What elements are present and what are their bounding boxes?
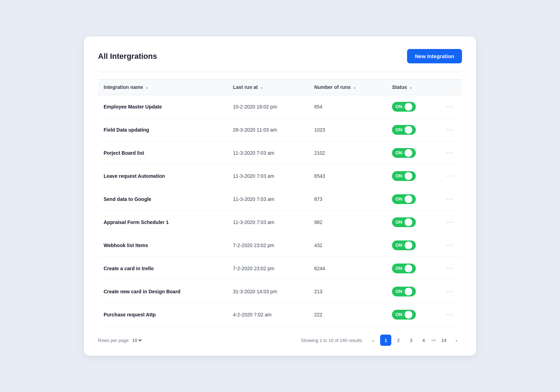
col-header-status[interactable]: Status ⌄	[386, 79, 438, 95]
cell-name: Send data to Google	[98, 188, 227, 211]
chevron-down-icon: ⌄	[409, 85, 412, 90]
table-row: Send data to Google 11-3-2020 7:03 am 87…	[98, 188, 462, 211]
cell-runs: 222	[309, 303, 386, 326]
status-toggle[interactable]: ON	[392, 310, 416, 320]
more-options-button[interactable]: ···	[443, 194, 456, 204]
cell-runs: 654	[309, 95, 386, 118]
cell-status: ON	[386, 211, 438, 234]
table-footer: Rows per page 10 25 50 Showing 1 to 10 o…	[98, 332, 462, 346]
integrations-table: Integration name ⌄ Last run at ⌄ Number …	[98, 79, 462, 326]
status-toggle[interactable]: ON	[392, 125, 416, 135]
cell-runs: 213	[309, 280, 386, 303]
more-options-button[interactable]: ···	[443, 125, 456, 135]
table-header: Integration name ⌄ Last run at ⌄ Number …	[98, 79, 462, 95]
cell-actions: ···	[438, 188, 462, 211]
table-row: Employee Master Update 10-2-2020 16:02 p…	[98, 95, 462, 118]
table-row: Create new card in Design Board 31-3-202…	[98, 280, 462, 303]
cell-status: ON	[386, 257, 438, 280]
cell-actions: ···	[438, 234, 462, 257]
table-row: Webhook list Items 7-2-2020 23:02 pm 432…	[98, 234, 462, 257]
status-toggle[interactable]: ON	[392, 240, 416, 250]
cell-actions: ···	[438, 118, 462, 141]
status-toggle[interactable]: ON	[392, 217, 416, 227]
cell-status: ON	[386, 164, 438, 188]
table-row: Field Data updating 28-3-2020 11:03 am 1…	[98, 118, 462, 141]
col-header-runs[interactable]: Number of runs ⌄	[309, 79, 386, 95]
cell-last-run: 7-2-2020 23:02 pm	[227, 234, 308, 257]
cell-last-run: 7-2-2020 23:02 pm	[227, 257, 308, 280]
pagination-next-button[interactable]: ›	[451, 335, 462, 346]
table-row: Porject Board list 11-3-2020 7:03 am 210…	[98, 141, 462, 164]
cell-last-run: 28-3-2020 11:03 am	[227, 118, 308, 141]
cell-status: ON	[386, 280, 438, 303]
cell-status: ON	[386, 118, 438, 141]
col-header-actions	[438, 79, 462, 95]
more-options-button[interactable]: ···	[443, 309, 456, 320]
cell-runs: 432	[309, 234, 386, 257]
rows-per-page-label: Rows per page	[98, 338, 128, 343]
more-options-button[interactable]: ···	[443, 240, 456, 250]
cell-name: Porject Board list	[98, 141, 227, 164]
pagination-page-1[interactable]: 1	[380, 335, 391, 346]
cell-name: Purchase request Attp	[98, 303, 227, 326]
table-row: Appraisal Form Scheduler 1 11-3-2020 7:0…	[98, 211, 462, 234]
more-options-button[interactable]: ···	[443, 102, 456, 112]
cell-last-run: 4-2-2020 7:02 am	[227, 303, 308, 326]
header-row: Integration name ⌄ Last run at ⌄ Number …	[98, 79, 462, 95]
cell-last-run: 11-3-2020 7:03 am	[227, 141, 308, 164]
cell-last-run: 31-3-2020 14:03 pm	[227, 280, 308, 303]
more-options-button[interactable]: ···	[443, 171, 456, 181]
main-card: All Intergrations New Integration Integr…	[84, 36, 476, 356]
status-toggle[interactable]: ON	[392, 264, 416, 273]
cell-actions: ···	[438, 211, 462, 234]
pagination-page-2[interactable]: 2	[393, 335, 404, 346]
status-toggle[interactable]: ON	[392, 287, 416, 296]
cell-actions: ···	[438, 95, 462, 118]
cell-name: Leave request Automation	[98, 164, 227, 188]
chevron-down-icon: ⌄	[260, 85, 263, 90]
cell-runs: 1023	[309, 118, 386, 141]
pagination-page-14[interactable]: 14	[438, 335, 449, 346]
new-integration-button[interactable]: New Integration	[407, 49, 462, 63]
cell-last-run: 11-3-2020 7:03 am	[227, 164, 308, 188]
table-row: Leave request Automation 11-3-2020 7:03 …	[98, 164, 462, 188]
cell-status: ON	[386, 234, 438, 257]
cell-actions: ···	[438, 280, 462, 303]
pagination-page-3[interactable]: 3	[405, 335, 416, 346]
cell-name: Field Data updating	[98, 118, 227, 141]
table-row: Create a card in trello 7-2-2020 23:02 p…	[98, 257, 462, 280]
col-header-name[interactable]: Integration name ⌄	[98, 79, 227, 95]
cell-actions: ···	[438, 257, 462, 280]
more-options-button[interactable]: ···	[443, 263, 456, 273]
col-header-last-run[interactable]: Last run at ⌄	[227, 79, 308, 95]
cell-name: Create a card in trello	[98, 257, 227, 280]
pagination-info: Showing 1 to 10 of 140 results	[301, 338, 362, 343]
chevron-down-icon: ⌄	[145, 85, 148, 90]
cell-name: Employee Master Update	[98, 95, 227, 118]
chevron-down-icon: ⌄	[353, 85, 356, 90]
pagination-dots: •••	[430, 338, 437, 343]
rows-per-page-control: Rows per page 10 25 50	[98, 337, 143, 343]
status-toggle[interactable]: ON	[392, 171, 416, 181]
table-body: Employee Master Update 10-2-2020 16:02 p…	[98, 95, 462, 326]
cell-last-run: 11-3-2020 7:03 am	[227, 188, 308, 211]
cell-status: ON	[386, 188, 438, 211]
status-toggle[interactable]: ON	[392, 148, 416, 158]
status-toggle[interactable]: ON	[392, 102, 416, 112]
more-options-button[interactable]: ···	[443, 286, 456, 296]
cell-name: Create new card in Design Board	[98, 280, 227, 303]
cell-runs: 2102	[309, 141, 386, 164]
cell-status: ON	[386, 303, 438, 326]
cell-runs: 6244	[309, 257, 386, 280]
page-header: All Intergrations New Integration	[98, 49, 462, 63]
pagination-page-4[interactable]: 4	[418, 335, 429, 346]
cell-actions: ···	[438, 303, 462, 326]
cell-actions: ···	[438, 164, 462, 188]
status-toggle[interactable]: ON	[392, 194, 416, 204]
cell-last-run: 11-3-2020 7:03 am	[227, 211, 308, 234]
cell-status: ON	[386, 141, 438, 164]
pagination-prev-button[interactable]: ‹	[368, 335, 379, 346]
more-options-button[interactable]: ···	[443, 217, 456, 227]
rows-per-page-select[interactable]: 10 25 50	[131, 337, 143, 343]
more-options-button[interactable]: ···	[443, 148, 456, 158]
